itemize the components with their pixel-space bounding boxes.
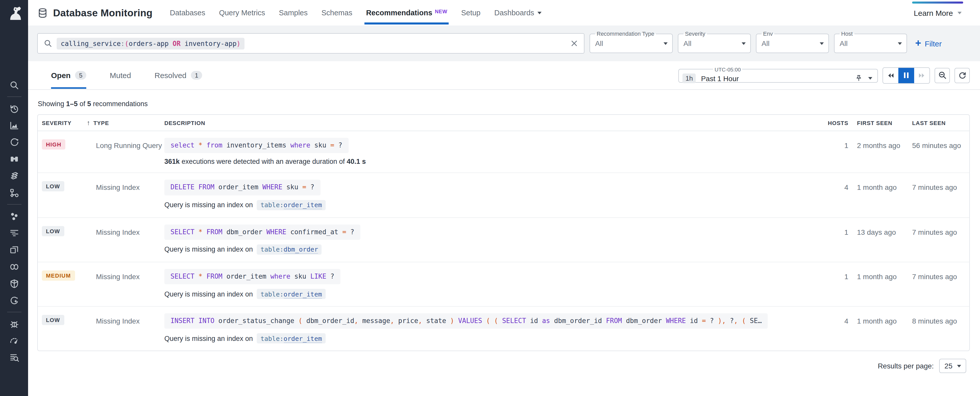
tab-resolved-label: Resolved bbox=[154, 71, 186, 80]
apm-icon[interactable] bbox=[9, 137, 19, 147]
refresh-button[interactable] bbox=[955, 68, 970, 83]
tab-open[interactable]: Open 5 bbox=[51, 61, 86, 89]
ai-assistant-icon[interactable] bbox=[9, 295, 19, 305]
nav-schemas[interactable]: Schemas bbox=[321, 0, 352, 25]
datadog-logo-icon[interactable] bbox=[0, 0, 28, 27]
column-header-type[interactable]: ↑ TYPE bbox=[87, 119, 164, 127]
page-title: Database Monitoring bbox=[53, 7, 153, 19]
filter-value: All bbox=[683, 39, 691, 48]
table-row[interactable]: LOW Missing Index SELECT * FROM dbm_orde… bbox=[38, 217, 969, 262]
search-input[interactable]: calling_service:(orders-app OR inventory… bbox=[37, 33, 584, 54]
tab-muted-label: Muted bbox=[110, 71, 131, 80]
column-header-type-label: TYPE bbox=[94, 120, 109, 126]
time-forward-button[interactable] bbox=[914, 68, 929, 83]
hosts-count: 1 bbox=[823, 142, 848, 165]
time-controls: UTC-05:00 1h Past 1 Hour bbox=[678, 67, 970, 83]
tabs-row: Open 5 Muted Resolved 1 UTC-05:00 1h Pas… bbox=[28, 61, 980, 90]
table-tag[interactable]: table:dbm_order bbox=[257, 245, 322, 254]
recommendation-type: Missing Index bbox=[87, 228, 164, 254]
learn-more-button[interactable]: Learn More bbox=[912, 0, 963, 25]
time-playback-group bbox=[883, 67, 930, 83]
tab-open-label: Open bbox=[51, 71, 71, 80]
column-header-hosts[interactable]: HOSTS bbox=[823, 120, 848, 126]
ci-pipelines-icon[interactable] bbox=[9, 262, 19, 272]
time-shortcut-chip[interactable]: 1h bbox=[682, 73, 696, 83]
last-seen: 7 minutes ago bbox=[912, 228, 969, 254]
nav-recommendations-label: Recommendations bbox=[366, 9, 432, 17]
search-query-token[interactable]: calling_service:(orders-app OR inventory… bbox=[57, 38, 245, 49]
page-title-group: Database Monitoring bbox=[37, 7, 153, 19]
nav-recommendations[interactable]: Recommendations NEW bbox=[366, 0, 447, 25]
software-catalog-icon[interactable] bbox=[9, 171, 19, 181]
tab-resolved-count: 1 bbox=[191, 71, 202, 80]
env-filter[interactable]: Env All bbox=[756, 30, 829, 53]
slo-gauge-icon[interactable] bbox=[9, 336, 19, 346]
infrastructure-icon[interactable] bbox=[9, 211, 19, 221]
hosts-count: 1 bbox=[823, 272, 848, 299]
add-filter-button[interactable]: + Filter bbox=[915, 38, 942, 48]
tab-muted[interactable]: Muted bbox=[110, 61, 131, 89]
recommendations-table: SEVERITY ↑ TYPE DESCRIPTION HOSTS FIRST … bbox=[37, 114, 970, 351]
log-search-icon[interactable] bbox=[9, 352, 19, 363]
recommendation-type-filter[interactable]: Recommendation Type All bbox=[590, 30, 673, 53]
severity-filter[interactable]: Severity All bbox=[678, 30, 751, 53]
chevron-down-icon bbox=[741, 42, 746, 45]
zoom-out-button[interactable] bbox=[935, 68, 950, 83]
table-row[interactable]: MEDIUM Missing Index SELECT * FROM order… bbox=[38, 262, 969, 307]
workflows-icon[interactable] bbox=[9, 188, 19, 198]
table-tag[interactable]: table:order_item bbox=[257, 289, 326, 299]
database-icon bbox=[37, 7, 48, 18]
nav-query-metrics[interactable]: Query Metrics bbox=[219, 0, 265, 25]
severity-badge: LOW bbox=[42, 226, 64, 236]
chevron-down-icon bbox=[957, 365, 961, 367]
dashboards-icon[interactable] bbox=[9, 245, 19, 255]
chevron-down-icon[interactable] bbox=[868, 77, 872, 80]
column-header-description: DESCRIPTION bbox=[164, 120, 823, 126]
table-row[interactable]: LOW Missing Index INSERT INTO order_stat… bbox=[38, 306, 969, 351]
pause-icon bbox=[904, 72, 905, 78]
severity-badge: MEDIUM bbox=[42, 270, 75, 281]
host-filter[interactable]: Host All bbox=[834, 30, 907, 53]
nav-dashboards[interactable]: Dashboards bbox=[494, 0, 541, 25]
logs-icon[interactable] bbox=[9, 228, 19, 238]
table-row[interactable]: HIGH Long Running Query select * from in… bbox=[38, 131, 969, 173]
filter-label: Recommendation Type bbox=[595, 30, 656, 37]
first-seen: 1 month ago bbox=[857, 272, 912, 299]
first-seen: 1 month ago bbox=[857, 183, 912, 210]
row-note: Query is missing an index on bbox=[164, 335, 253, 342]
first-seen: 2 months ago bbox=[857, 142, 912, 165]
time-range-picker[interactable]: UTC-05:00 1h Past 1 Hour bbox=[678, 66, 878, 83]
column-header-first-seen[interactable]: FIRST SEEN bbox=[857, 120, 912, 126]
search-icon[interactable] bbox=[9, 80, 19, 90]
watchdog-icon[interactable] bbox=[9, 154, 19, 164]
pause-button[interactable] bbox=[898, 68, 914, 83]
results-per-page-select[interactable]: 25 bbox=[939, 359, 966, 373]
error-tracking-icon[interactable] bbox=[9, 319, 19, 329]
pagination: Results per page: 25 bbox=[28, 359, 966, 373]
app-window: Database Monitoring Databases Query Metr… bbox=[0, 0, 980, 396]
table-tag[interactable]: table:order_item bbox=[257, 200, 326, 210]
nav-samples[interactable]: Samples bbox=[279, 0, 308, 25]
sidebar-divider bbox=[7, 312, 21, 312]
filter-band: calling_service:(orders-app OR inventory… bbox=[28, 25, 980, 61]
table-row[interactable]: LOW Missing Index DELETE FROM order_item… bbox=[38, 173, 969, 217]
time-backward-button[interactable] bbox=[883, 68, 898, 83]
column-header-last-seen[interactable]: LAST SEEN bbox=[912, 120, 969, 126]
filter-value: All bbox=[762, 39, 770, 48]
pin-icon[interactable] bbox=[855, 75, 862, 82]
security-icon[interactable] bbox=[9, 278, 19, 289]
row-note: 361k executions were detected with an av… bbox=[164, 158, 366, 165]
last-seen: 7 minutes ago bbox=[912, 183, 969, 210]
sidebar-divider bbox=[7, 204, 21, 205]
tab-open-count: 5 bbox=[75, 71, 86, 80]
history-icon[interactable] bbox=[9, 103, 19, 113]
pause-icon bbox=[907, 72, 908, 78]
nav-databases[interactable]: Databases bbox=[170, 0, 205, 25]
nav-setup[interactable]: Setup bbox=[461, 0, 480, 25]
tab-resolved[interactable]: Resolved 1 bbox=[154, 61, 202, 89]
clear-search-icon[interactable] bbox=[571, 40, 578, 47]
results-summary: Showing 1–5 of 5 recommendations bbox=[38, 100, 970, 108]
table-tag[interactable]: table:order_item bbox=[257, 334, 326, 344]
column-header-severity[interactable]: SEVERITY bbox=[38, 120, 87, 126]
metrics-icon[interactable] bbox=[9, 120, 19, 130]
